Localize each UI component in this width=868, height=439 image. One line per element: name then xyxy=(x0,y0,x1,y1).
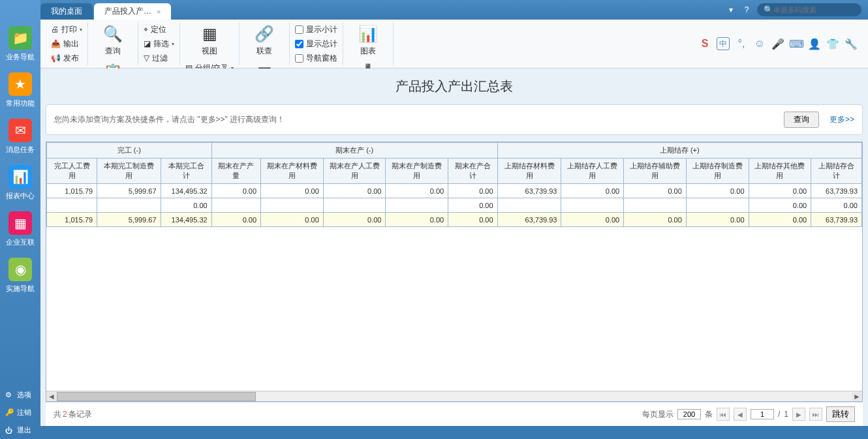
nav-pane-check[interactable]: 导航窗格 xyxy=(295,51,337,65)
close-icon[interactable]: × xyxy=(157,8,161,16)
query-button[interactable]: 🔍查询 xyxy=(93,22,132,58)
column-header[interactable]: 上期结存材料费用 xyxy=(497,159,561,184)
next-page-button[interactable]: ▶ xyxy=(792,408,805,421)
key-icon: 🔑 xyxy=(5,408,14,417)
ime-keyboard-icon[interactable]: ⌨ xyxy=(790,37,803,50)
group-header-shangqi[interactable]: 上期结存 (+) xyxy=(497,143,861,159)
column-header[interactable]: 上期结存辅助费用 xyxy=(624,159,687,184)
sidebar-item-messages[interactable]: ✉ 消息任务 xyxy=(0,112,40,159)
ime-lang-icon[interactable]: 中 xyxy=(717,37,730,50)
chart-icon: 📊 xyxy=(358,23,379,44)
column-header[interactable]: 完工人工费用 xyxy=(47,159,97,184)
column-header[interactable]: 上期结存制造费用 xyxy=(686,159,749,184)
link-button[interactable]: 🔗联查 xyxy=(245,22,284,58)
first-page-button[interactable]: ⏮ xyxy=(717,408,730,421)
scroll-track[interactable] xyxy=(57,392,852,401)
grid-icon: ▦ xyxy=(199,23,220,44)
column-header[interactable]: 期末在产制造费用 xyxy=(386,159,448,184)
search-input[interactable] xyxy=(773,6,855,14)
scroll-left-icon[interactable]: ◄ xyxy=(46,392,57,401)
tab-desktop[interactable]: 我的桌面 xyxy=(40,3,93,20)
grid-icon: ▦ xyxy=(8,211,32,235)
column-header[interactable]: 本期完工合计 xyxy=(161,159,211,184)
table-cell: 0.00 xyxy=(749,184,811,198)
table-row[interactable]: 1,015.795,999.67134,495.320.000.000.000.… xyxy=(47,213,862,227)
ime-tool-icon[interactable]: 🔧 xyxy=(845,37,858,50)
column-header[interactable]: 上期结存合计 xyxy=(811,159,862,184)
label: 查询 xyxy=(105,46,121,57)
help-icon[interactable]: ? xyxy=(741,5,752,15)
view-button[interactable]: ▦视图 xyxy=(185,22,234,58)
sidebar-item-implement[interactable]: ◉ 实施导航 xyxy=(0,251,40,297)
locate-button[interactable]: ⌖定位 xyxy=(144,22,174,37)
export-button[interactable]: 📤输出 xyxy=(51,37,82,51)
chevron-down-icon: ▾ xyxy=(172,41,174,47)
publish-button[interactable]: 📢发布 xyxy=(51,51,82,65)
table-cell xyxy=(211,198,260,213)
column-header[interactable]: 期末在产产量 xyxy=(211,159,260,184)
ime-punct-icon[interactable]: °, xyxy=(735,37,748,50)
table-row[interactable]: 1,015.795,999.67134,495.320.000.000.000.… xyxy=(47,184,862,198)
filter-button[interactable]: ◪筛选▾ xyxy=(144,37,174,51)
sidebar-item-enterprise[interactable]: ▦ 企业互联 xyxy=(0,205,40,251)
table-cell: 0.00 xyxy=(161,198,211,213)
horizontal-scrollbar[interactable]: ◄ ► xyxy=(46,391,862,401)
table-row[interactable]: 0.000.000.000.00 xyxy=(47,198,862,213)
label: 退出 xyxy=(17,425,31,435)
show-total-check[interactable]: 显示总计 xyxy=(295,37,337,51)
column-header[interactable]: 期末在产人工费用 xyxy=(323,159,386,184)
dropdown-icon[interactable]: ▾ xyxy=(726,5,736,15)
print-button[interactable]: 🖨打印▾ xyxy=(51,22,82,37)
filter-icon: ◪ xyxy=(144,39,151,48)
per-page-input[interactable] xyxy=(677,409,701,419)
scroll-right-icon[interactable]: ► xyxy=(852,392,862,401)
page-current-input[interactable] xyxy=(751,409,774,419)
sidebar-item-label: 常用功能 xyxy=(6,98,35,108)
sidebar-logout[interactable]: 🔑注销 xyxy=(0,404,40,421)
ime-voice-icon[interactable]: 🎤 xyxy=(771,37,784,50)
compass-icon: ◉ xyxy=(8,258,32,281)
group-header-wangong[interactable]: 完工 (-) xyxy=(47,143,212,159)
column-header[interactable]: 期末在产材料费用 xyxy=(261,159,324,184)
jump-button[interactable]: 跳转 xyxy=(826,406,855,422)
column-header[interactable]: 期末在产合计 xyxy=(448,159,497,184)
sidebar-item-common[interactable]: ★ 常用功能 xyxy=(0,66,40,112)
search-icon: 🔍 xyxy=(102,23,123,44)
checkbox[interactable] xyxy=(295,40,303,48)
sogou-icon[interactable]: S xyxy=(698,37,711,50)
query-button[interactable]: 查询 xyxy=(784,112,819,128)
sidebar-item-reports[interactable]: 📊 报表中心 xyxy=(0,159,40,205)
checkbox[interactable] xyxy=(295,25,303,34)
barcode-search[interactable]: 🔍 xyxy=(757,3,861,16)
total-suffix: 条记录 xyxy=(69,409,92,420)
query-bar: 您尚未添加查询方案及快捷条件，请点击 "更多>>" 进行高级查询！ 查询 更多>… xyxy=(46,104,863,135)
app-header: 我的桌面 产品投入产… × ▾ ? 🔍 xyxy=(0,0,868,20)
checkbox[interactable] xyxy=(295,54,303,63)
prev-page-button[interactable]: ◀ xyxy=(734,408,747,421)
label: 视图 xyxy=(202,46,217,57)
column-header[interactable]: 上期结存人工费用 xyxy=(561,159,624,184)
chart-button[interactable]: 📊图表 xyxy=(349,22,388,58)
sidebar-exit[interactable]: ⏻退出 xyxy=(0,421,40,439)
sidebar-item-label: 业务导航 xyxy=(6,52,35,62)
tab-product-io[interactable]: 产品投入产… × xyxy=(94,3,171,20)
printer-icon: 🖨 xyxy=(51,25,59,34)
total-count: 2 xyxy=(63,410,67,419)
sidebar-options[interactable]: ⚙选项 xyxy=(0,386,40,404)
scroll-thumb[interactable] xyxy=(57,392,256,401)
table-cell: 0.00 xyxy=(749,213,811,227)
column-header[interactable]: 本期完工制造费用 xyxy=(97,159,161,184)
ime-user-icon[interactable]: 👤 xyxy=(808,37,821,50)
filter2-button[interactable]: ▽过滤 xyxy=(144,51,174,65)
group-header-qimo[interactable]: 期末在产 (-) xyxy=(211,143,497,159)
sidebar-item-biznav[interactable]: 📁 业务导航 xyxy=(0,20,40,66)
more-link[interactable]: 更多>> xyxy=(829,114,854,125)
ime-skin-icon[interactable]: 👕 xyxy=(826,37,839,50)
table-body: 1,015.795,999.67134,495.320.000.000.000.… xyxy=(47,184,862,227)
label: 显示小计 xyxy=(306,24,337,35)
last-page-button[interactable]: ⏭ xyxy=(809,408,822,421)
show-subtotal-check[interactable]: 显示小计 xyxy=(295,22,337,37)
column-header[interactable]: 上期结存其他费用 xyxy=(749,159,811,184)
ribbon-toolbar: 🖨打印▾ 📤输出 📢发布 🔍查询 📋管理方案 ⌖定位 ◪筛选▾ ▽过滤 ▦视图 … xyxy=(40,20,868,68)
ime-emoji-icon[interactable]: ☺ xyxy=(753,37,766,50)
